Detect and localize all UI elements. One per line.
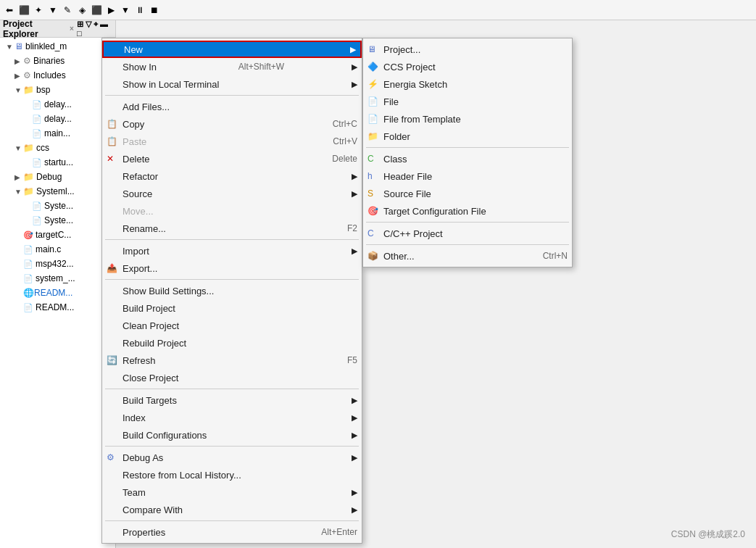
menu-item-delete[interactable]: ✕ Delete Delete	[102, 150, 362, 167]
export-icon: 📤	[107, 263, 117, 273]
tree-item-project-root[interactable]: ▼ 🖥 blinkled_m	[0, 39, 115, 54]
menu-item-team[interactable]: Team ▶	[102, 483, 362, 501]
ccs-folder-icon: 📁	[23, 143, 34, 153]
tree-item-bsp[interactable]: ▼ 📁 bsp	[0, 83, 115, 97]
submenu-item-class[interactable]: C Class	[363, 150, 572, 167]
toolbar-icon-4[interactable]: ▼	[46, 4, 59, 17]
tree-item-binaries[interactable]: ▶ ⚙ Binaries	[0, 54, 115, 68]
toolbar-icon-2[interactable]: ⬛	[17, 4, 30, 17]
menu-item-rebuild-project[interactable]: Rebuild Project	[102, 334, 362, 352]
menu-item-build-project[interactable]: Build Project	[102, 299, 362, 317]
project-icon: 🖥	[14, 41, 23, 51]
menu-item-add-files[interactable]: Add Files...	[102, 98, 362, 115]
menu-item-build-targets[interactable]: Build Targets ▶	[102, 391, 362, 409]
menu-label-debug-as: Debug As	[122, 452, 163, 463]
delete-icon: ✕	[107, 154, 114, 164]
tree-item-systeml[interactable]: ▼ 📁 Systeml...	[0, 184, 115, 199]
syste2-icon: 📄	[32, 216, 42, 225]
submenu-item-target-config[interactable]: 🎯 Target Configuration File	[363, 202, 572, 220]
menu-label-index: Index	[122, 412, 146, 423]
source-icon: S	[367, 188, 373, 199]
tree-arrow-root: ▼	[6, 43, 14, 51]
menu-shortcut-properties: Alt+Enter	[307, 527, 357, 537]
tree-item-readme1[interactable]: 🌐 READM...	[0, 286, 115, 300]
submenu-item-header-file[interactable]: h Header File	[363, 167, 572, 185]
main-bsp-icon: 📄	[32, 129, 42, 138]
menu-shortcut-show-in: Alt+Shift+W	[224, 62, 284, 72]
context-menu: New ▶ Show In Alt+Shift+W ▶ Show in Loca…	[101, 38, 362, 544]
toolbar-icon-9[interactable]: ▼	[119, 4, 132, 17]
toolbar-icon-10[interactable]: ⏸	[133, 4, 146, 17]
watermark-text: CSDN @桃成蹊2.0	[671, 529, 745, 539]
menu-item-move[interactable]: Move...	[102, 202, 362, 220]
class-icon: C	[367, 154, 374, 164]
submenu-item-source-file[interactable]: S Source File	[363, 185, 572, 202]
toolbar-icon-5[interactable]: ✎	[61, 4, 74, 17]
submenu-item-file-template[interactable]: 📄 File from Template	[363, 110, 572, 128]
menu-item-import[interactable]: Import ▶	[102, 242, 362, 260]
toolbar-icon-11[interactable]: ⏹	[148, 4, 161, 17]
menu-item-clean-project[interactable]: Clean Project	[102, 317, 362, 334]
tree-item-syste1[interactable]: 📄 Syste...	[0, 199, 115, 213]
submenu-new: 🖥 Project... 🔷 CCS Project ⚡ Energia Ske…	[362, 38, 573, 267]
menu-label-refresh: Refresh	[122, 355, 156, 366]
toolbar-icon-6[interactable]: ◈	[75, 4, 88, 17]
menu-label-export: Export...	[122, 263, 157, 274]
menu-arrow-refactor: ▶	[352, 172, 357, 181]
debug-label: Debug	[36, 172, 62, 182]
tree-item-startup[interactable]: 📄 startu...	[0, 155, 115, 170]
menu-item-refactor[interactable]: Refactor ▶	[102, 167, 362, 185]
menu-label-rename: Rename...	[122, 223, 166, 234]
menu-item-paste[interactable]: 📋 Paste Ctrl+V	[102, 133, 362, 150]
menu-item-index[interactable]: Index ▶	[102, 409, 362, 426]
menu-item-copy[interactable]: 📋 Copy Ctrl+C	[102, 115, 362, 133]
submenu-item-project[interactable]: 🖥 Project...	[363, 41, 572, 58]
toolbar-icon-3[interactable]: ✦	[32, 4, 45, 17]
menu-item-rename[interactable]: Rename... F2	[102, 220, 362, 237]
menu-item-show-build-settings[interactable]: Show Build Settings...	[102, 282, 362, 299]
menu-item-new[interactable]: New ▶	[102, 41, 362, 58]
submenu-item-file[interactable]: 📄 File	[363, 93, 572, 110]
tree-arrow-ccs: ▼	[14, 144, 23, 152]
menu-item-refresh[interactable]: 🔄 Refresh F5	[102, 352, 362, 369]
submenu-item-energia[interactable]: ⚡ Energia Sketch	[363, 75, 572, 93]
submenu-item-other[interactable]: 📦 Other... Ctrl+N	[363, 247, 572, 265]
menu-item-debug-as[interactable]: ⚙ Debug As ▶	[102, 449, 362, 466]
tree-item-targetc[interactable]: 🎯 targetC...	[0, 228, 115, 242]
menu-item-export[interactable]: 📤 Export...	[102, 260, 362, 277]
menu-arrow-show-in: ▶	[352, 62, 357, 72]
project-explorer-panel: Project Explorer × ⊞ ▽ ⌖ ▬ □ ▼ 🖥 blinkle…	[0, 20, 116, 548]
tree-item-delay1[interactable]: 📄 delay...	[0, 97, 115, 112]
tree-item-debug[interactable]: ▶ 📁 Debug	[0, 170, 115, 184]
menu-item-close-project[interactable]: Close Project	[102, 369, 362, 386]
menu-item-show-in[interactable]: Show In Alt+Shift+W ▶	[102, 58, 362, 75]
tree-item-main-bsp[interactable]: 📄 main...	[0, 126, 115, 141]
menu-item-build-configurations[interactable]: Build Configurations ▶	[102, 426, 362, 444]
toolbar-icon-1[interactable]: ⬅	[3, 4, 16, 17]
menu-item-show-local-terminal[interactable]: Show in Local Terminal ▶	[102, 75, 362, 93]
toolbar-icon-8[interactable]: ▶	[104, 4, 117, 17]
tree-item-system[interactable]: 📄 system_...	[0, 271, 115, 286]
menu-item-properties[interactable]: Properties Alt+Enter	[102, 523, 362, 541]
tree-item-mainc[interactable]: 📄 main.c	[0, 242, 115, 257]
tree-item-syste2[interactable]: 📄 Syste...	[0, 213, 115, 228]
submenu-label-file: File	[383, 96, 399, 107]
submenu-item-folder[interactable]: 📁 Folder	[363, 128, 572, 145]
tree-item-readme2[interactable]: 📄 READM...	[0, 300, 115, 315]
tree-item-delay2[interactable]: 📄 delay...	[0, 112, 115, 126]
menu-arrow-compare-with: ▶	[352, 505, 357, 515]
tree-item-msp432[interactable]: 📄 msp432...	[0, 257, 115, 271]
submenu-item-ccs-project[interactable]: 🔷 CCS Project	[363, 58, 572, 75]
msp432-icon: 📄	[23, 260, 33, 269]
mainc-icon: 📄	[23, 245, 33, 254]
tree-item-ccs[interactable]: ▼ 📁 ccs	[0, 141, 115, 155]
menu-shortcut-copy: Ctrl+C	[318, 119, 357, 129]
menu-label-build-targets: Build Targets	[122, 395, 177, 406]
menu-item-source[interactable]: Source ▶	[102, 185, 362, 202]
toolbar-icon-7[interactable]: ⬛	[90, 4, 103, 17]
tree-item-includes[interactable]: ▶ ⚙ Includes	[0, 68, 115, 83]
menu-item-restore[interactable]: Restore from Local History...	[102, 466, 362, 483]
submenu-item-cpp-project[interactable]: C C/C++ Project	[363, 225, 572, 242]
other-icon: 📦	[367, 251, 378, 261]
menu-item-compare-with[interactable]: Compare With ▶	[102, 501, 362, 518]
